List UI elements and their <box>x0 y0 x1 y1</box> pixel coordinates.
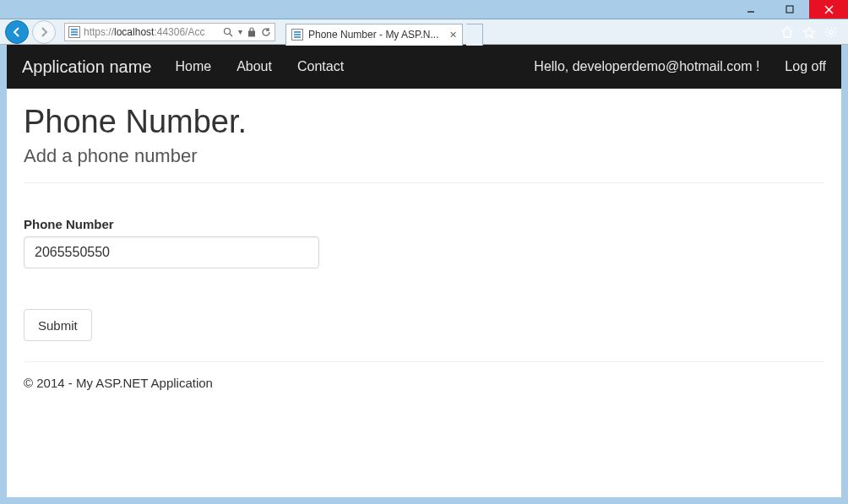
phone-number-label: Phone Number <box>24 217 824 231</box>
url-port: :44306 <box>154 26 185 38</box>
address-controls: ▾ <box>218 27 271 37</box>
dropdown-icon[interactable]: ▾ <box>238 27 242 36</box>
nav-right: Hello, developerdemo@hotmail.com ! Log o… <box>534 59 826 74</box>
url-scheme: https:// <box>84 26 114 38</box>
page-subtitle: Add a phone number <box>24 145 824 167</box>
brand-link[interactable]: Application name <box>22 57 151 77</box>
window-close-button[interactable] <box>809 0 848 19</box>
new-tab-button[interactable] <box>466 24 483 46</box>
page-icon <box>68 26 80 38</box>
forward-button[interactable] <box>32 20 56 44</box>
back-button[interactable] <box>5 20 29 44</box>
toolbar-right-icons <box>780 25 843 39</box>
tab-page-icon <box>291 29 303 41</box>
nav-home-link[interactable]: Home <box>175 59 211 74</box>
logoff-link[interactable]: Log off <box>785 59 826 74</box>
footer-text: © 2014 - My ASP.NET Application <box>24 376 824 390</box>
page-container: Phone Number. Add a phone number Phone N… <box>7 89 841 405</box>
star-icon[interactable] <box>802 25 816 39</box>
url-path: /Acc <box>185 26 204 38</box>
svg-rect-6 <box>249 31 255 36</box>
phone-number-input[interactable] <box>24 236 319 268</box>
search-icon[interactable] <box>223 27 233 37</box>
svg-rect-1 <box>786 6 793 13</box>
nav-about-link[interactable]: About <box>236 59 272 74</box>
url-text: https://localhost:44306/Acc <box>84 26 215 38</box>
tab-title: Phone Number - My ASP.N... <box>308 29 444 41</box>
divider <box>24 182 824 183</box>
window-maximize-button[interactable] <box>770 0 809 19</box>
footer-divider <box>24 361 824 362</box>
browser-tab[interactable]: Phone Number - My ASP.N... ✕ <box>285 24 463 46</box>
browser-toolbar: https://localhost:44306/Acc ▾ Phone Numb… <box>0 19 848 45</box>
gear-icon[interactable] <box>824 25 838 39</box>
user-greeting-link[interactable]: Hello, developerdemo@hotmail.com ! <box>534 59 759 74</box>
window-titlebar <box>0 0 848 19</box>
url-host: localhost <box>114 26 154 38</box>
refresh-icon[interactable] <box>261 27 271 37</box>
address-bar[interactable]: https://localhost:44306/Acc ▾ <box>64 23 275 41</box>
svg-point-4 <box>225 28 231 34</box>
tab-close-icon[interactable]: ✕ <box>449 30 457 41</box>
svg-point-7 <box>829 30 833 33</box>
browser-viewport: Application name Home About Contact Hell… <box>0 45 848 504</box>
web-page: Application name Home About Contact Hell… <box>7 45 841 497</box>
nav-contact-link[interactable]: Contact <box>297 59 344 74</box>
home-icon[interactable] <box>780 25 794 39</box>
lock-icon <box>247 27 256 37</box>
submit-button[interactable]: Submit <box>24 309 92 341</box>
page-title: Phone Number. <box>24 104 824 140</box>
window-minimize-button[interactable] <box>731 0 770 19</box>
svg-line-5 <box>230 34 232 36</box>
site-navbar: Application name Home About Contact Hell… <box>7 45 841 89</box>
nav-links: Home About Contact <box>175 59 344 74</box>
